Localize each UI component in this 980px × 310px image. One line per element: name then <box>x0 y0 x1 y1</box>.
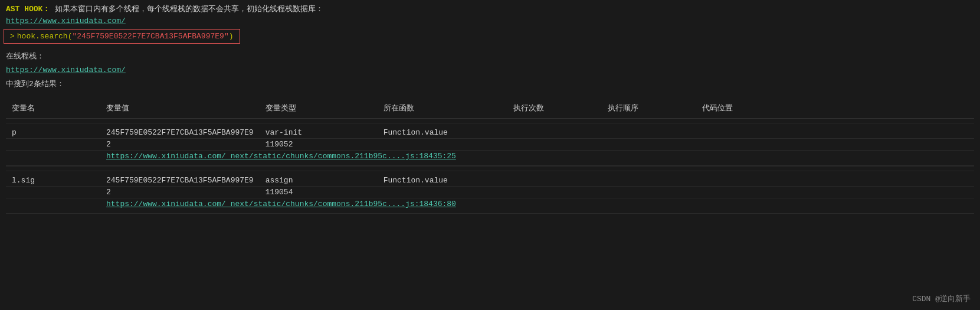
row2-sub-execcount: 2 <box>100 187 260 198</box>
row1-execorder <box>602 123 696 139</box>
row2-sub-empty1 <box>378 187 507 198</box>
header-func: 所在函数 <box>378 99 507 119</box>
stack-result: 中搜到2条结果： <box>6 77 974 91</box>
row2-link[interactable]: https://www.xiniudata.com/_next/static/c… <box>106 200 456 208</box>
header-execorder: 执行顺序 <box>602 99 696 119</box>
command-string: "245F759E0522F7E7CBA13F5AFBA997E9" <box>72 32 228 41</box>
row2-sub-empty4 <box>696 187 974 198</box>
spacer-row-2 <box>6 167 974 171</box>
stack-info: 在线程栈： https://www.xiniudata.com/ 中搜到2条结果… <box>0 44 980 93</box>
table-row-2: l.sig 245F759E0522F7E7CBA13F5AFBA997E9 a… <box>6 171 974 187</box>
results-table-container: 变量名 变量值 变量类型 所在函数 执行次数 执行顺序 代码位置 p 245F7… <box>0 93 980 220</box>
command-prompt: > <box>10 32 15 41</box>
row2-vartype: assign <box>260 171 378 187</box>
header-vartype: 变量类型 <box>260 99 378 119</box>
row1-func: Function.value <box>378 123 507 139</box>
row2-varname: l.sig <box>6 171 100 187</box>
row1-varname: p <box>6 123 100 139</box>
table-header-row: 变量名 变量值 变量类型 所在函数 执行次数 执行顺序 代码位置 <box>6 99 974 119</box>
row1-sub-execcount: 2 <box>100 139 260 151</box>
row2-sub-execorder: 119054 <box>260 187 378 198</box>
command-suffix: ) <box>229 32 234 41</box>
command-text: hook.search("245F759E0522F7E7CBA13F5AFBA… <box>17 32 234 41</box>
header-codepos: 代码位置 <box>696 99 974 119</box>
spacer-row-1 <box>6 119 974 123</box>
row1-execcount <box>507 123 602 139</box>
row2-sub-empty2 <box>507 187 602 198</box>
row1-link-varname <box>6 151 100 166</box>
command-line: > hook.search("245F759E0522F7E7CBA13F5AF… <box>4 29 240 44</box>
notice-text: 如果本窗口内有多个线程，每个线程栈的数据不会共享，初始化线程栈数据库： <box>55 5 323 14</box>
table-row-link: https://www.xiniudata.com/_next/static/c… <box>6 151 974 166</box>
row1-codepos <box>696 123 974 139</box>
row2-sub-empty3 <box>602 187 696 198</box>
row1-sub-execorder: 119052 <box>260 139 378 151</box>
command-prefix: hook.search( <box>17 32 73 41</box>
stack-link[interactable]: https://www.xiniudata.com/ <box>6 66 126 74</box>
row1-sub-empty3 <box>602 139 696 151</box>
row1-varval: 245F759E0522F7E7CBA13F5AFBA997E9 <box>100 123 260 139</box>
notice-label: AST HOOK： <box>6 5 50 14</box>
table-row2-sub: 2 119054 <box>6 187 974 198</box>
row2-codepos <box>696 171 974 187</box>
row2-execorder <box>602 171 696 187</box>
row2-link-varname <box>6 198 100 214</box>
row1-sub-empty4 <box>696 139 974 151</box>
row2-execcount <box>507 171 602 187</box>
table-body: p 245F759E0522F7E7CBA13F5AFBA997E9 var-i… <box>6 119 974 214</box>
row1-sub-varname <box>6 139 100 151</box>
row2-codepos-link[interactable]: https://www.xiniudata.com/_next/static/c… <box>100 198 974 214</box>
top-notice: AST HOOK： 如果本窗口内有多个线程，每个线程栈的数据不会共享，初始化线程… <box>0 0 980 29</box>
row1-link[interactable]: https://www.xiniudata.com/_next/static/c… <box>106 152 456 161</box>
row2-sub-varname <box>6 187 100 198</box>
row1-sub-empty1 <box>378 139 507 151</box>
row2-varval: 245F759E0522F7E7CBA13F5AFBA997E9 <box>100 171 260 187</box>
row1-vartype: var-init <box>260 123 378 139</box>
table-row: p 245F759E0522F7E7CBA13F5AFBA997E9 var-i… <box>6 123 974 139</box>
results-table: 变量名 变量值 变量类型 所在函数 执行次数 执行顺序 代码位置 p 245F7… <box>6 99 974 214</box>
header-execcount: 执行次数 <box>507 99 602 119</box>
table-row-sub: 2 119052 <box>6 139 974 151</box>
header-varname: 变量名 <box>6 99 100 119</box>
notice-link[interactable]: https://www.xiniudata.com/ <box>6 17 126 25</box>
row2-func: Function.value <box>378 171 507 187</box>
header-varval: 变量值 <box>100 99 260 119</box>
stack-label: 在线程栈： <box>6 50 974 63</box>
row1-sub-empty2 <box>507 139 602 151</box>
table-row2-link: https://www.xiniudata.com/_next/static/c… <box>6 198 974 214</box>
watermark: CSDN @逆向新手 <box>912 293 971 304</box>
row1-codepos-link[interactable]: https://www.xiniudata.com/_next/static/c… <box>100 151 974 166</box>
